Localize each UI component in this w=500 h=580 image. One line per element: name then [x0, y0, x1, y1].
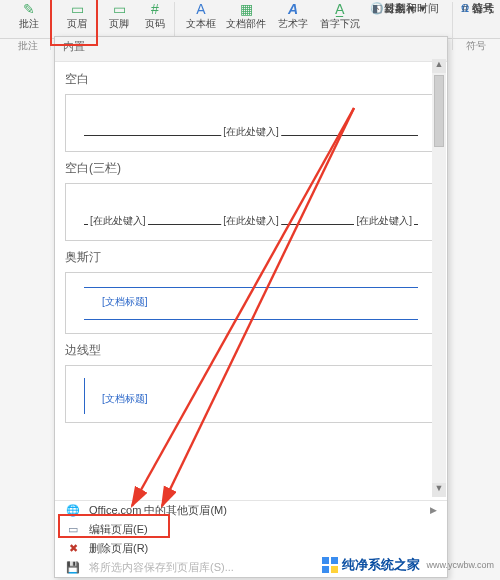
dropdown-scroll-area: 空白 [在此处键入] 空白(三栏) [在此处键入] [在此处键入] [在此处键入…: [55, 59, 447, 497]
doc-title-text: [文档标题]: [100, 295, 150, 309]
menu-label: 删除页眉(R): [89, 539, 148, 558]
page-icon: ▭: [65, 520, 81, 539]
section-austin: 奥斯汀: [65, 249, 437, 266]
thumbnail-austin[interactable]: [文档标题]: [65, 272, 437, 334]
number-button[interactable]: #编号: [458, 0, 498, 17]
dropcap-button[interactable]: A̲ 首字下沉 ▾: [316, 0, 364, 34]
watermark-logo-icon: [322, 557, 338, 573]
section-blank3: 空白(三栏): [65, 160, 437, 177]
parts-label: 文档部件: [222, 18, 270, 30]
ribbon: ✎ 批注 ▭ 页眉 ▾ ▭ 页脚 ▾ # 页码 ▾ A 文本框 ▾ ▦ 文档部件…: [0, 0, 500, 39]
menu-label: Office.com 中的其他页眉(M): [89, 501, 227, 520]
scroll-up-icon[interactable]: ▲: [432, 59, 446, 73]
placeholder-text: [在此处键入]: [221, 125, 281, 139]
pagenum-label: 页码: [136, 18, 174, 30]
group-label-comments: 批注: [10, 39, 46, 53]
dropcap-icon: A̲: [316, 0, 364, 18]
thumbnail-blank3[interactable]: [在此处键入] [在此处键入] [在此处键入]: [65, 183, 437, 241]
number-label: 编号: [472, 2, 494, 14]
header-icon: ▭: [58, 0, 96, 18]
wordart-button[interactable]: A 艺术字 ▾: [272, 0, 314, 34]
globe-icon: 🌐: [65, 501, 81, 520]
wordart-icon: A: [272, 0, 314, 18]
textbox-label: 文本框: [182, 18, 220, 30]
caret-icon: ▾: [409, 2, 415, 14]
remove-icon: ✖: [65, 539, 81, 558]
comment-button[interactable]: ✎ 批注: [10, 0, 48, 34]
parts-icon: ▦: [222, 0, 270, 18]
section-sideline: 边线型: [65, 342, 437, 359]
thumbnail-sideline[interactable]: [文档标题]: [65, 365, 437, 423]
menu-edit-header[interactable]: ▭ 编辑页眉(E): [55, 520, 447, 539]
object-button[interactable]: ◧对象 ▾: [370, 0, 440, 17]
comment-label: 批注: [10, 18, 48, 30]
pagenum-icon: #: [136, 0, 174, 18]
menu-more-office[interactable]: 🌐 Office.com 中的其他页眉(M) ▶: [55, 501, 447, 520]
separator: [50, 2, 51, 50]
scroll-thumb[interactable]: [434, 75, 444, 147]
textbox-button[interactable]: A 文本框 ▾: [182, 0, 220, 34]
comment-icon: ✎: [10, 0, 48, 18]
menu-label: 编辑页眉(E): [89, 520, 148, 539]
dropcap-label: 首字下沉: [316, 18, 364, 30]
number-icon: #: [458, 0, 472, 17]
footer-button[interactable]: ▭ 页脚 ▾: [100, 0, 138, 34]
chevron-right-icon: ▶: [430, 501, 437, 520]
object-label: 对象: [384, 2, 406, 14]
header-dropdown: 内置 空白 [在此处键入] 空白(三栏) [在此处键入] [在此处键入] [在此…: [54, 36, 448, 578]
watermark: 纯净系统之家 www.ycwbw.com: [322, 556, 494, 574]
thumbnail-blank[interactable]: [在此处键入]: [65, 94, 437, 152]
footer-icon: ▭: [100, 0, 138, 18]
placeholder-text: [在此处键入]: [221, 214, 281, 228]
group-label-symbols: 符号: [458, 39, 494, 53]
parts-button[interactable]: ▦ 文档部件 ▾: [222, 0, 270, 34]
object-icon: ◧: [370, 0, 384, 17]
placeholder-text: [在此处键入]: [88, 214, 148, 228]
section-blank: 空白: [65, 71, 437, 88]
textbox-icon: A: [182, 0, 220, 18]
pagenum-button[interactable]: # 页码 ▾: [136, 0, 174, 34]
watermark-url: www.ycwbw.com: [426, 560, 494, 570]
watermark-brand: 纯净系统之家: [342, 556, 420, 574]
separator: [452, 2, 453, 50]
header-button[interactable]: ▭ 页眉 ▾: [58, 0, 96, 34]
header-label: 页眉: [58, 18, 96, 30]
doc-title-text: [文档标题]: [100, 392, 150, 406]
footer-label: 页脚: [100, 18, 138, 30]
menu-label: 将所选内容保存到页眉库(S)...: [89, 558, 234, 577]
save-icon: 💾: [65, 558, 81, 577]
scrollbar[interactable]: ▲ ▼: [432, 59, 446, 497]
scroll-down-icon[interactable]: ▼: [432, 483, 446, 497]
placeholder-text: [在此处键入]: [354, 214, 414, 228]
wordart-label: 艺术字: [272, 18, 314, 30]
